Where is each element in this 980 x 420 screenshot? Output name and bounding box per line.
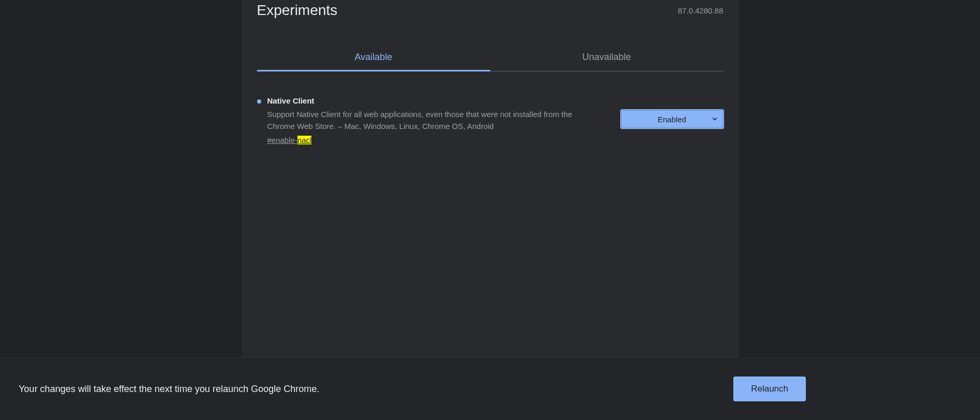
header: Experiments 87.0.4280.88 xyxy=(257,0,723,19)
page-title: Experiments xyxy=(257,2,338,19)
version-label: 87.0.4280.88 xyxy=(678,6,723,15)
relaunch-button[interactable]: Relaunch xyxy=(733,376,806,401)
experiments-page: Experiments 87.0.4280.88 Available Unava… xyxy=(242,0,739,420)
experiment-state-select[interactable]: Enabled xyxy=(621,110,723,128)
hash-prefix: #enable- xyxy=(267,136,297,144)
experiment-control: Enabled xyxy=(621,96,723,145)
experiment-description: Support Native Client for all web applic… xyxy=(267,108,600,133)
experiment-title: Native Client xyxy=(267,96,600,105)
experiment-text: Native Client Support Native Client for … xyxy=(257,96,600,145)
hash-highlight: nacl xyxy=(297,136,312,144)
tab-available[interactable]: Available xyxy=(257,44,490,71)
modified-dot-icon xyxy=(257,99,261,104)
restart-message: Your changes will take effect the next t… xyxy=(19,384,319,395)
select-value: Enabled xyxy=(658,115,686,124)
tab-unavailable[interactable]: Unavailable xyxy=(490,44,723,71)
restart-bar: Your changes will take effect the next t… xyxy=(0,358,980,420)
experiment-hash-link[interactable]: #enable-nacl xyxy=(267,136,312,144)
chevron-down-icon xyxy=(712,115,718,124)
tabs: Available Unavailable xyxy=(257,44,723,71)
experiment-row: Native Client Support Native Client for … xyxy=(257,96,723,145)
